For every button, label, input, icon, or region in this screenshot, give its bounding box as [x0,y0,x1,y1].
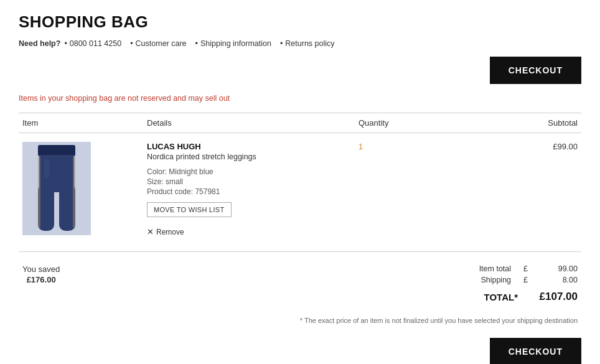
savings-label: You saved [22,264,60,274]
remove-icon: ✕ [147,227,154,236]
product-name: Nordica printed stretch leggings [147,152,351,161]
grand-total-label: TOTAL* [484,292,518,302]
svg-rect-0 [38,145,75,156]
product-details-cell: LUCAS HUGH Nordica printed stretch leggi… [143,133,355,246]
page-title: SHOPPING BAG [19,12,581,32]
col-header-details: Details [143,113,355,133]
code-value: 757981 [195,187,220,196]
item-total-label: Item total [479,264,511,273]
help-bar: Need help? 0800 011 4250 Customer care S… [19,39,581,48]
bag-warning: Items in your shopping bag are not reser… [19,94,581,103]
svg-rect-5 [38,156,40,228]
checkout-button-top[interactable]: CHECKOUT [490,57,581,84]
wishlist-button[interactable]: MOVE TO WISH LIST [147,202,232,217]
product-subtotal: £99.00 [553,142,578,151]
svg-rect-6 [73,156,75,228]
item-total-value: 99.00 [540,264,578,273]
product-image [22,142,91,235]
summary-section: You saved £176.00 Item total £ 99.00 Shi… [19,251,581,312]
product-code: Product code: 757981 [147,187,351,196]
color-value: Midnight blue [169,167,213,176]
checkout-top-area: CHECKOUT [19,57,581,84]
help-phone[interactable]: 0800 011 4250 [64,39,121,48]
savings-amount: £176.00 [22,275,60,284]
shipping-line: Shipping £ 8.00 [479,276,578,284]
col-header-subtotal: Subtotal [454,113,581,133]
remove-label: Remove [156,228,184,236]
product-brand: LUCAS HUGH [147,142,351,151]
code-label: Product code: [147,187,193,196]
color-label: Color: [147,167,167,176]
price-note: * The exact price of an item is not fina… [19,312,581,329]
checkout-button-bottom[interactable]: CHECKOUT [490,338,581,364]
totals-block: Item total £ 99.00 Shipping £ 8.00 TOTAL… [479,264,578,306]
product-image-cell [19,133,143,246]
help-returns[interactable]: Returns policy [280,39,335,48]
savings-block: You saved £176.00 [22,264,60,284]
product-size: Size: small [147,177,351,186]
summary-inner: You saved £176.00 Item total £ 99.00 Shi… [19,252,581,312]
item-total-currency: £ [523,264,528,273]
col-header-item: Item [19,113,143,133]
help-customer-care[interactable]: Customer care [130,39,186,48]
cart-table: Item Details Quantity Subtotal [19,113,581,245]
product-subtotal-cell: £99.00 [454,133,581,246]
leggings-svg [32,144,82,234]
product-color: Color: Midnight blue [147,167,351,176]
help-label: Need help? [19,39,60,48]
checkout-bottom-area: CHECKOUT [19,338,581,364]
size-value: small [166,177,183,186]
product-quantity-cell: 1 [355,133,454,246]
table-row: LUCAS HUGH Nordica printed stretch leggi… [19,133,581,246]
help-shipping-info[interactable]: Shipping information [195,39,271,48]
size-label: Size: [147,177,164,186]
wishlist-btn-wrapper: MOVE TO WISH LIST [147,202,351,222]
grand-total-value: £107.00 [528,291,578,303]
product-quantity[interactable]: 1 [359,142,363,151]
item-total-line: Item total £ 99.00 [479,264,578,273]
remove-link[interactable]: ✕ Remove [147,227,351,236]
svg-rect-7 [44,159,49,178]
shipping-label: Shipping [480,276,511,284]
grand-total-line: TOTAL* £107.00 [479,291,578,303]
shipping-value: 8.00 [540,276,578,284]
shipping-currency: £ [523,276,528,284]
col-header-quantity: Quantity [355,113,454,133]
